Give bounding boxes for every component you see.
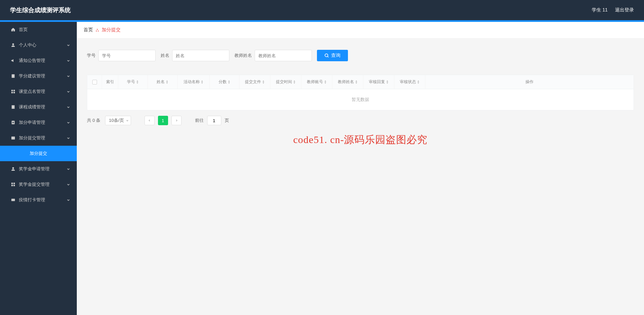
- pagination: 共 0 条 10条/页 1 前往 页: [87, 116, 634, 125]
- sidebar-item-label: 个人中心: [19, 42, 36, 48]
- svg-rect-5: [13, 92, 15, 93]
- breadcrumb-home[interactable]: 首页: [84, 27, 93, 33]
- pager-jump-label: 前往: [195, 117, 204, 124]
- sort-icon: ▲▼: [136, 80, 139, 84]
- search-input-num[interactable]: [98, 50, 156, 61]
- sidebar-item-bonus-submit-mgr[interactable]: 加分提交管理: [0, 130, 77, 146]
- svg-point-14: [325, 54, 328, 57]
- pager-page-1[interactable]: 1: [158, 116, 168, 125]
- breadcrumb-current: 加分提交: [102, 27, 121, 33]
- col-name[interactable]: 姓名▲▼: [148, 75, 178, 89]
- col-teacher-acc[interactable]: 教师账号▲▼: [301, 75, 332, 89]
- chevron-down-icon: [67, 74, 70, 78]
- svg-rect-9: [11, 183, 13, 184]
- user-icon: [11, 43, 15, 47]
- speaker-icon: [11, 58, 15, 63]
- query-button[interactable]: 查询: [317, 50, 348, 61]
- chevron-down-icon: [126, 119, 129, 122]
- award-user-icon: [11, 167, 15, 171]
- sidebar-item-label: 学分建议管理: [19, 73, 45, 79]
- sidebar-item-epidemic[interactable]: 疫情打卡管理: [0, 192, 77, 208]
- watermark-overlay-text: code51. cn-源码乐园盗图必究: [77, 133, 644, 147]
- book-icon: [11, 105, 15, 109]
- grid-icon: [11, 89, 15, 94]
- app-header: 学生综合成绩测评系统 学生 11 退出登录: [0, 0, 644, 20]
- col-time[interactable]: 提交时间▲▼: [270, 75, 301, 89]
- svg-rect-10: [13, 183, 15, 184]
- sidebar-item-notice[interactable]: 通知公告管理: [0, 53, 77, 68]
- home-icon: [11, 27, 15, 32]
- chevron-down-icon: [67, 167, 70, 171]
- sidebar-item-profile[interactable]: 个人中心: [0, 37, 77, 53]
- sidebar-item-bonus-submit[interactable]: 加分提交: [0, 146, 77, 161]
- main-area: 首页 ⛬ 加分提交 学号 姓名 教师姓名 查询: [77, 22, 644, 315]
- pager-jump-input[interactable]: [207, 116, 221, 125]
- search-input-teacher[interactable]: [255, 50, 312, 61]
- plus-doc-icon: [11, 120, 15, 125]
- query-button-label: 查询: [331, 53, 341, 59]
- search-icon: [324, 53, 329, 58]
- sort-icon: ▲▼: [293, 80, 296, 84]
- col-activity[interactable]: 活动名称▲▼: [178, 75, 210, 89]
- sidebar-item-rollcall[interactable]: 课堂点名管理: [0, 84, 77, 99]
- sort-icon: ▲▼: [355, 80, 358, 84]
- sidebar-item-label: 奖学金提交管理: [19, 181, 50, 187]
- accent-strip: [0, 20, 644, 22]
- table-header: 索引 学号▲▼ 姓名▲▼ 活动名称▲▼ 分数▲▼ 提交文件▲▼ 提交时间▲▼ 教…: [87, 75, 634, 89]
- pager-next-button[interactable]: [171, 116, 182, 125]
- search-label-name: 姓名: [161, 53, 169, 59]
- breadcrumb-sep-icon: ⛬: [95, 27, 100, 33]
- pager-total: 共 0 条: [87, 117, 100, 124]
- header-right: 学生 11 退出登录: [592, 7, 634, 13]
- search-label-teacher: 教师姓名: [234, 53, 252, 59]
- svg-point-8: [12, 167, 14, 169]
- sort-icon: ▲▼: [228, 80, 230, 84]
- checkbox-icon[interactable]: [92, 80, 97, 84]
- svg-rect-13: [11, 199, 15, 201]
- search-input-name[interactable]: [172, 50, 229, 61]
- card-icon: [11, 198, 15, 202]
- submit-icon: [11, 136, 15, 140]
- sidebar-item-label: 课堂点名管理: [19, 89, 45, 95]
- page-size-select[interactable]: 10条/页: [105, 116, 131, 125]
- chevron-down-icon: [67, 121, 70, 124]
- app-title: 学生综合成绩测评系统: [10, 6, 71, 14]
- sidebar: 首页 个人中心 通知公告管理 学分建议管理: [0, 22, 77, 315]
- col-reply[interactable]: 审核回复▲▼: [363, 75, 394, 89]
- svg-point-0: [12, 43, 14, 45]
- search-label-num: 学号: [87, 53, 96, 59]
- col-status[interactable]: 审核状态▲▼: [394, 75, 425, 89]
- breadcrumb: 首页 ⛬ 加分提交: [77, 22, 644, 38]
- svg-rect-12: [13, 185, 15, 186]
- col-file[interactable]: 提交文件▲▼: [239, 75, 270, 89]
- svg-rect-7: [11, 137, 15, 140]
- search-bar: 学号 姓名 教师姓名 查询: [87, 50, 634, 61]
- sidebar-item-scholarship-apply[interactable]: 奖学金申请管理: [0, 161, 77, 177]
- col-score[interactable]: 分数▲▼: [210, 75, 239, 89]
- col-teacher-name[interactable]: 教师姓名▲▼: [332, 75, 363, 89]
- col-checkbox[interactable]: [87, 75, 102, 89]
- pager-prev-button[interactable]: [144, 116, 155, 125]
- chevron-down-icon: [67, 136, 70, 140]
- sort-icon: ▲▼: [324, 80, 327, 84]
- sidebar-item-bonus-apply[interactable]: 加分申请管理: [0, 115, 77, 130]
- chevron-down-icon: [67, 59, 70, 62]
- sort-icon: ▲▼: [201, 80, 203, 84]
- sidebar-item-label: 首页: [19, 27, 28, 33]
- sidebar-item-home[interactable]: 首页: [0, 22, 77, 37]
- sidebar-item-credit[interactable]: 学分建议管理: [0, 68, 77, 84]
- sort-icon: ▲▼: [166, 80, 168, 84]
- col-index[interactable]: 索引: [102, 75, 118, 89]
- sidebar-item-label: 通知公告管理: [19, 58, 45, 64]
- col-num[interactable]: 学号▲▼: [118, 75, 148, 89]
- sort-icon: ▲▼: [417, 80, 420, 84]
- svg-rect-2: [11, 90, 13, 91]
- sidebar-item-scholarship-submit[interactable]: 奖学金提交管理: [0, 177, 77, 192]
- logout-link[interactable]: 退出登录: [615, 7, 634, 13]
- sidebar-item-label: 奖学金申请管理: [19, 166, 50, 172]
- sidebar-item-course-score[interactable]: 课程成绩管理: [0, 99, 77, 115]
- user-name[interactable]: 学生 11: [592, 7, 608, 13]
- col-ops: 操作: [425, 75, 634, 89]
- svg-rect-3: [13, 90, 15, 91]
- sort-icon: ▲▼: [262, 80, 265, 84]
